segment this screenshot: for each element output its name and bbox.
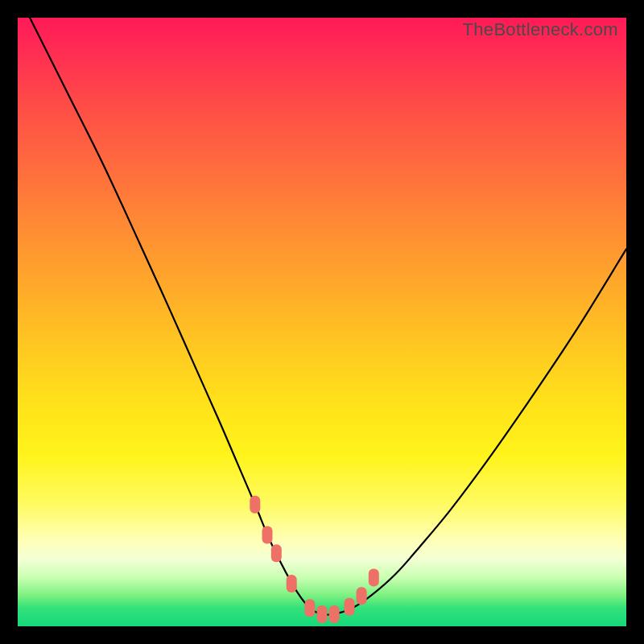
bottleneck-curve xyxy=(30,18,626,615)
curve-marker xyxy=(287,575,297,592)
curve-marker xyxy=(329,605,340,623)
curve-marker xyxy=(357,587,367,605)
curve-marker xyxy=(262,526,273,544)
plot-area: TheBottleneck.com xyxy=(18,18,626,626)
curve-marker xyxy=(271,544,282,562)
curve-marker xyxy=(304,599,315,617)
chart-frame: TheBottleneck.com xyxy=(0,0,644,644)
curve-marker xyxy=(369,569,379,587)
curve-marker xyxy=(317,605,328,623)
curve-marker xyxy=(250,496,260,514)
marker-group xyxy=(250,496,379,623)
curve-marker xyxy=(345,598,355,616)
chart-svg xyxy=(18,18,626,626)
